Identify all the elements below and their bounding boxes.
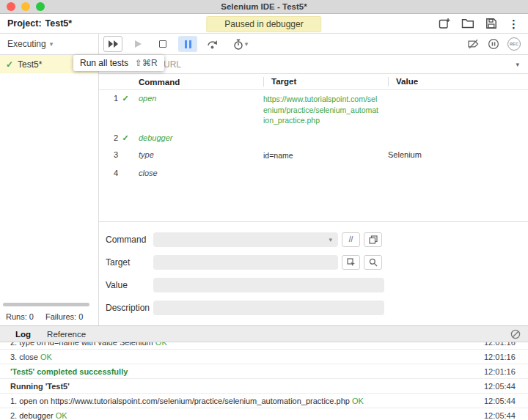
tab-reference[interactable]: Reference xyxy=(39,330,94,339)
save-project-button[interactable] xyxy=(485,18,497,29)
log-ok: OK xyxy=(38,353,52,361)
row-number: 4 xyxy=(99,169,118,177)
row-number: 3 xyxy=(99,150,118,159)
playback-toolbar: ▾ REC xyxy=(99,34,528,55)
failures-count: Failures: 0 xyxy=(45,312,83,321)
open-project-button[interactable] xyxy=(461,18,474,29)
main-area: Executing ▾ ✓ Test5* Runs: 0 Failures: 0 xyxy=(0,34,528,325)
row-target: id=name xyxy=(263,150,388,161)
pause-on-exceptions-button[interactable] xyxy=(488,38,499,50)
log-time: 12:05:44 xyxy=(484,411,518,420)
run-all-tests-button[interactable] xyxy=(103,36,122,52)
log-text: 2. debugger xyxy=(10,411,54,420)
table-row[interactable]: 1 ✓ open https://www.tutorialspoint.com/… xyxy=(99,90,528,130)
log-row: 2. type on id=name with value Selenium O… xyxy=(0,342,528,350)
log-entry: 3. close OK xyxy=(0,353,484,361)
table-row[interactable]: 2 ✓ debugger xyxy=(99,130,528,147)
disable-breakpoints-button[interactable] xyxy=(467,39,480,49)
description-field-row: Description xyxy=(106,300,528,315)
log-entry: Running 'Test5' xyxy=(0,382,484,391)
xpath-toggle-button[interactable]: // xyxy=(342,232,360,247)
find-target-button[interactable] xyxy=(364,255,382,270)
log-time: 12:01:16 xyxy=(484,342,518,347)
traffic-lights xyxy=(0,2,45,11)
value-field-label: Value xyxy=(106,280,153,290)
pause-icon xyxy=(185,40,191,48)
commands-table-body: 1 ✓ open https://www.tutorialspoint.com/… xyxy=(99,90,528,221)
log-ok: OK xyxy=(54,411,67,420)
rec-label: REC xyxy=(510,42,518,46)
log-time: 12:05:44 xyxy=(484,382,518,391)
project-label: Project: xyxy=(7,18,42,29)
log-panel-tabs: Log Reference xyxy=(0,326,528,342)
project-name: Test5* xyxy=(45,18,73,29)
content-area: ▾ REC xyxy=(99,34,528,325)
toolbar-right-actions: REC xyxy=(467,37,528,51)
commands-table: Command Target Value 1 ✓ open https://ww… xyxy=(99,74,528,222)
row-command: close xyxy=(133,169,263,177)
commands-table-header: Command Target Value xyxy=(99,74,528,90)
record-button[interactable]: REC xyxy=(507,37,521,51)
runs-count: Runs: 0 xyxy=(6,312,34,321)
step-over-button[interactable] xyxy=(203,36,222,52)
value-input[interactable] xyxy=(153,278,384,292)
tooltip-shortcut: ⇧⌘R xyxy=(135,58,158,68)
header-actions: ⋮ xyxy=(439,18,528,29)
select-target-button[interactable] xyxy=(342,255,360,270)
log-time: 12:01:16 xyxy=(484,353,518,361)
chevron-down-icon: ▾ xyxy=(245,40,249,48)
chevron-down-icon: ▾ xyxy=(50,40,54,48)
run-all-icon xyxy=(108,40,119,48)
log-ok: OK xyxy=(153,342,167,347)
new-test-button[interactable] xyxy=(439,18,450,29)
run-current-test-button[interactable] xyxy=(128,36,147,52)
minimize-window-button[interactable] xyxy=(21,2,30,11)
command-field-row: Command ▾ // xyxy=(106,232,528,247)
stop-button[interactable] xyxy=(153,36,172,52)
table-row[interactable]: 4 close xyxy=(99,165,528,181)
row-executed-check-icon: ✓ xyxy=(118,94,133,103)
run-all-tests-tooltip: Run all tests ⇧⌘R xyxy=(73,55,164,71)
column-header-target: Target xyxy=(263,77,388,86)
description-field-label: Description xyxy=(106,303,153,313)
test-speed-button[interactable]: ▾ xyxy=(228,36,253,52)
row-number: 2 xyxy=(99,133,118,142)
open-reference-button[interactable] xyxy=(364,232,382,247)
pause-button[interactable] xyxy=(178,36,197,52)
table-row[interactable]: 3 type id=name Selenium xyxy=(99,147,528,165)
chevron-down-icon: ▾ xyxy=(329,236,332,243)
row-value: Selenium xyxy=(388,150,528,159)
tab-log[interactable]: Log xyxy=(7,330,39,339)
column-header-command: Command xyxy=(99,78,263,86)
save-icon xyxy=(485,18,497,29)
tests-filter-label: Executing xyxy=(7,39,46,49)
log-row: 1. open on https://www.tutorialspoint.co… xyxy=(0,394,528,408)
tests-filter-dropdown[interactable]: Executing ▾ xyxy=(0,34,98,55)
log-entry: 2. debugger OK xyxy=(0,411,484,420)
disable-breakpoints-icon xyxy=(467,39,480,49)
window-title: Selenium IDE - Test5* xyxy=(0,2,528,11)
step-over-icon xyxy=(207,39,219,49)
target-field-label: Target xyxy=(106,257,153,268)
tooltip-label: Run all tests xyxy=(80,58,128,68)
play-icon xyxy=(134,40,142,48)
log-row: 2. debugger OK 12:05:44 xyxy=(0,408,528,420)
url-history-chevron-down-icon[interactable]: ▾ xyxy=(516,61,519,68)
description-input[interactable] xyxy=(153,301,384,315)
close-window-button[interactable] xyxy=(7,2,15,11)
tests-sidebar: Executing ▾ ✓ Test5* Runs: 0 Failures: 0 xyxy=(0,34,99,325)
run-stats: Runs: 0 Failures: 0 xyxy=(6,312,83,321)
more-menu-button[interactable]: ⋮ xyxy=(508,18,519,29)
horizontal-scrollbar[interactable] xyxy=(3,303,89,306)
zoom-window-button[interactable] xyxy=(36,2,45,11)
target-input[interactable] xyxy=(153,255,338,270)
command-select[interactable]: ▾ xyxy=(153,232,338,247)
log-text: Running 'Test5' xyxy=(10,382,70,391)
log-time: 12:05:44 xyxy=(484,397,518,405)
windows-icon xyxy=(369,235,378,244)
clear-log-button[interactable] xyxy=(510,329,521,339)
clear-icon xyxy=(510,329,521,339)
log-text: 1. open on https://www.tutorialspoint.co… xyxy=(10,397,350,405)
log-row: 'Test5' completed successfully 12:01:16 xyxy=(0,364,528,379)
log-row: 3. close OK 12:01:16 xyxy=(0,350,528,364)
